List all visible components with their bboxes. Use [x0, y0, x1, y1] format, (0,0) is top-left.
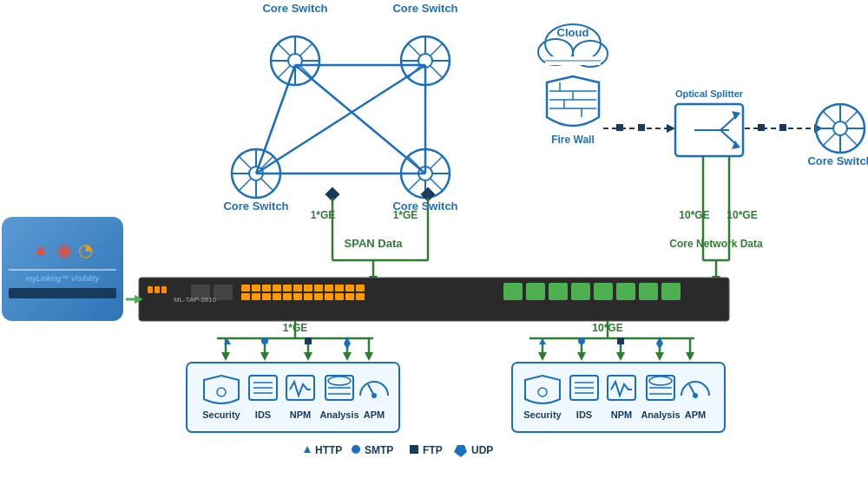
- svg-marker-152: [538, 352, 547, 361]
- svg-text:HTTP: HTTP: [315, 444, 342, 456]
- svg-rect-167: [617, 337, 624, 344]
- svg-rect-111: [335, 285, 344, 291]
- svg-line-45: [408, 179, 420, 191]
- svg-rect-110: [325, 285, 333, 291]
- svg-line-12: [278, 43, 290, 56]
- svg-text:IDS: IDS: [255, 409, 271, 420]
- svg-rect-127: [526, 283, 545, 300]
- svg-text:Optical Splitter: Optical Splitter: [675, 88, 744, 99]
- svg-line-87: [845, 134, 858, 146]
- svg-text:NPM: NPM: [611, 409, 632, 420]
- svg-text:Security: Security: [202, 409, 240, 420]
- svg-rect-124: [345, 293, 354, 300]
- svg-rect-67: [616, 124, 623, 131]
- svg-text:10*GE: 10*GE: [679, 209, 709, 221]
- svg-text:UDP: UDP: [471, 444, 493, 456]
- svg-marker-158: [655, 352, 664, 361]
- svg-rect-99: [161, 286, 167, 293]
- svg-rect-105: [273, 285, 281, 291]
- svg-line-15: [278, 66, 290, 78]
- svg-point-202: [372, 393, 377, 398]
- divider: [9, 269, 116, 271]
- svg-rect-123: [335, 293, 344, 300]
- svg-line-0: [295, 65, 425, 174]
- svg-text:10*GE: 10*GE: [592, 322, 622, 334]
- svg-marker-148: [365, 352, 373, 361]
- svg-rect-122: [325, 293, 333, 300]
- brand-bar: [9, 288, 116, 298]
- svg-rect-109: [314, 285, 323, 291]
- svg-line-23: [431, 66, 443, 78]
- mylinking-box: ▲ ◉ ◔ myLinking™ Visibility: [2, 217, 123, 321]
- svg-rect-116: [262, 293, 271, 300]
- svg-rect-106: [283, 285, 292, 291]
- svg-rect-107: [293, 285, 302, 291]
- svg-line-86: [823, 111, 835, 123]
- svg-marker-156: [616, 352, 625, 361]
- svg-rect-129: [571, 283, 590, 300]
- svg-text:Analysis: Analysis: [319, 409, 358, 420]
- svg-text:APM: APM: [685, 409, 706, 420]
- svg-rect-113: [356, 285, 365, 291]
- svg-line-88: [845, 111, 858, 123]
- svg-rect-121: [314, 293, 323, 300]
- svg-text:Security: Security: [523, 409, 562, 420]
- svg-line-32: [239, 156, 251, 168]
- svg-marker-144: [304, 352, 312, 361]
- svg-point-162: [261, 337, 268, 344]
- svg-point-166: [578, 337, 585, 344]
- svg-text:Core Switch: Core Switch: [392, 2, 457, 15]
- svg-text:1*GE: 1*GE: [311, 209, 336, 221]
- svg-text:Analysis: Analysis: [641, 409, 680, 420]
- svg-rect-132: [639, 283, 658, 300]
- svg-line-2: [256, 65, 295, 174]
- svg-text:Core Switch: Core Switch: [807, 154, 868, 167]
- svg-rect-120: [304, 293, 312, 300]
- svg-rect-133: [661, 283, 681, 300]
- svg-rect-125: [356, 293, 365, 300]
- svg-line-22: [408, 43, 420, 56]
- svg-rect-119: [293, 293, 302, 300]
- network-diagram-svg: ML-TAP-2810: [0, 0, 868, 478]
- svg-text:NPM: NPM: [290, 409, 311, 420]
- svg-rect-128: [549, 283, 568, 300]
- svg-text:SPAN Data: SPAN Data: [345, 237, 404, 250]
- svg-rect-131: [616, 283, 635, 300]
- svg-rect-130: [594, 283, 613, 300]
- svg-text:Cloud: Cloud: [557, 26, 589, 39]
- svg-marker-154: [577, 352, 586, 361]
- svg-rect-225: [410, 445, 418, 454]
- svg-line-25: [408, 66, 420, 78]
- svg-text:ML-TAP-2810: ML-TAP-2810: [174, 296, 217, 304]
- svg-line-35: [239, 179, 251, 191]
- svg-rect-115: [252, 293, 260, 300]
- triangle-shape: ▲: [32, 239, 49, 260]
- svg-marker-142: [260, 352, 269, 361]
- svg-line-89: [823, 134, 835, 146]
- svg-text:APM: APM: [364, 409, 385, 420]
- svg-marker-69: [667, 124, 675, 133]
- svg-rect-98: [155, 286, 160, 293]
- svg-text:Core Switch: Core Switch: [223, 200, 288, 213]
- svg-marker-160: [686, 352, 694, 361]
- svg-rect-101: [214, 285, 233, 300]
- svg-text:1*GE: 1*GE: [283, 322, 308, 334]
- svg-line-14: [300, 43, 312, 56]
- svg-rect-186: [512, 363, 725, 432]
- svg-point-81: [833, 121, 847, 135]
- svg-text:Core Network Data: Core Network Data: [669, 238, 763, 250]
- pie-shape: ◔: [78, 239, 93, 260]
- svg-rect-104: [262, 285, 271, 291]
- svg-text:Core Switch: Core Switch: [262, 2, 327, 15]
- svg-marker-140: [221, 352, 230, 361]
- svg-line-44: [431, 156, 443, 168]
- svg-rect-126: [503, 283, 523, 300]
- svg-line-33: [261, 179, 273, 191]
- svg-text:SMTP: SMTP: [365, 444, 393, 456]
- svg-line-42: [408, 156, 420, 168]
- svg-point-223: [352, 445, 360, 454]
- svg-rect-108: [304, 285, 312, 291]
- svg-rect-163: [305, 337, 312, 344]
- svg-point-219: [693, 393, 698, 398]
- svg-rect-185: [187, 363, 399, 432]
